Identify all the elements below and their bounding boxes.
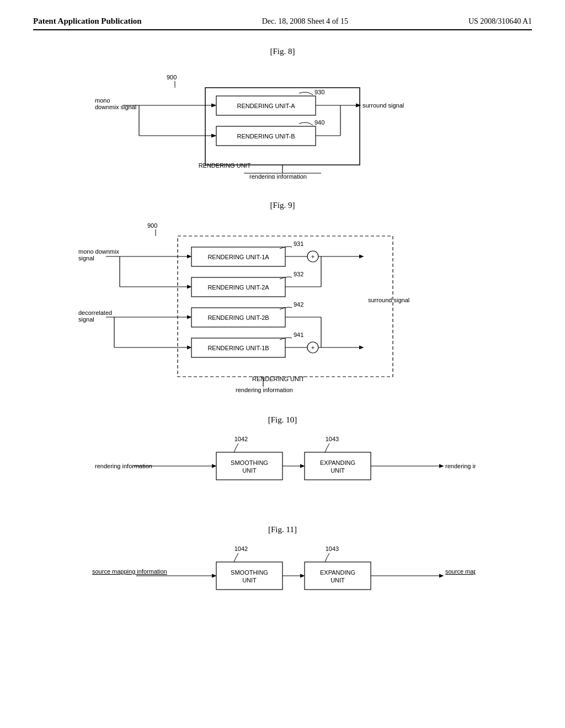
fig9-diagram: 900 RENDERING UNIT RENDERING UNIT-1A 931… — [76, 217, 489, 393]
fig11-smoothing-text2: UNIT — [242, 577, 257, 584]
fig9-941-text: RENDERING UNIT-1B — [207, 345, 269, 351]
fig10-expanding-text1: EXPANDING — [320, 459, 355, 466]
fig9-942-text: RENDERING UNIT-2B — [207, 314, 269, 321]
fig8-930-num: 930 — [315, 89, 324, 95]
fig9-941-num: 941 — [294, 331, 303, 338]
fig8-rendering-info: rendering information — [249, 173, 307, 179]
fig9-mono-label: mono downmix — [78, 248, 119, 255]
fig10-1042-num: 1042 — [234, 436, 248, 442]
fig10-smoothing-text1: SMOOTHING — [231, 459, 268, 466]
fig9-surround-label: surround signal — [368, 297, 409, 303]
fig9-decorr-label: decorrelated — [78, 309, 112, 316]
fig8-rendering-unit-label: RENDERING UNIT — [199, 162, 251, 169]
fig10-output-label: rendering information — [445, 463, 476, 469]
fig11-smoothing-text1: SMOOTHING — [231, 569, 268, 576]
fig8-940-text: RENDERING UNIT-B — [237, 133, 295, 140]
fig11-diagram: 1042 1043 SMOOTHING UNIT EXPANDING UNIT … — [89, 541, 476, 613]
fig11-expanding-text1: EXPANDING — [320, 569, 355, 576]
page: Patent Application Publication Dec. 18, … — [0, 0, 565, 728]
fig10-1043-num: 1043 — [326, 436, 339, 442]
page-header: Patent Application Publication Dec. 18, … — [33, 17, 532, 30]
fig9-rendering-unit-label: RENDERING UNIT — [252, 376, 305, 382]
fig9-931-text: RENDERING UNIT-1A — [207, 254, 269, 260]
fig10-label: [Fig. 10] — [33, 415, 532, 425]
fig8-downmix-label: downmix signal — [95, 104, 136, 110]
fig8-diagram: 900 RENDERING UNIT RENDERING UNIT-A 930 … — [89, 63, 476, 179]
fig11-input-label: source mapping information — [92, 568, 167, 575]
svg-rect-42 — [305, 562, 371, 590]
fig11-expanding-text2: UNIT — [331, 577, 345, 584]
fig8-930-text: RENDERING UNIT-A — [237, 103, 295, 109]
fig10-input-label: rendering information — [95, 463, 152, 469]
fig9-plus2: + — [311, 344, 315, 351]
figure-9: [Fig. 9] 900 RENDERING UNIT RENDERING UN… — [33, 201, 532, 393]
fig9-942-num: 942 — [294, 301, 303, 308]
fig9-932-text: RENDERING UNIT-2A — [207, 284, 269, 291]
fig8-900-label: 900 — [167, 74, 177, 81]
fig9-signal-label: signal — [78, 255, 94, 261]
fig9-plus1: + — [311, 253, 315, 260]
fig8-label: [Fig. 8] — [33, 47, 532, 56]
fig9-rendering-info: rendering information — [236, 387, 293, 393]
fig10-diagram: 1042 1043 SMOOTHING UNIT EXPANDING UNIT … — [89, 431, 476, 503]
fig8-940-num: 940 — [315, 119, 324, 126]
figure-10: [Fig. 10] 1042 1043 SMOOTHING UNIT EXPAN… — [33, 415, 532, 503]
fig9-932-num: 932 — [294, 271, 303, 277]
figure-8: [Fig. 8] 900 RENDERING UNIT RENDERING UN… — [33, 47, 532, 179]
fig11-label: [Fig. 11] — [33, 525, 532, 534]
svg-rect-41 — [216, 562, 282, 590]
fig8-surround-label: surround signal — [363, 102, 404, 109]
svg-rect-36 — [216, 452, 282, 480]
fig8-mono-label: mono — [95, 97, 110, 104]
fig9-decorr-signal: signal — [78, 316, 94, 323]
fig9-label: [Fig. 9] — [33, 201, 532, 210]
header-left: Patent Application Publication — [33, 17, 142, 26]
figure-11: [Fig. 11] 1042 1043 SMOOTHING UNIT EXPAN… — [33, 525, 532, 613]
svg-rect-37 — [305, 452, 371, 480]
fig9-900-label: 900 — [147, 222, 157, 229]
header-center: Dec. 18, 2008 Sheet 4 of 15 — [262, 17, 348, 26]
fig9-931-num: 931 — [294, 240, 303, 247]
fig11-1042-num: 1042 — [234, 545, 248, 552]
fig10-smoothing-text2: UNIT — [242, 467, 257, 474]
header-right: US 2008/310640 A1 — [468, 17, 532, 26]
fig11-output-label: source mapping information — [445, 568, 476, 575]
fig11-1043-num: 1043 — [326, 545, 339, 552]
fig10-expanding-text2: UNIT — [331, 467, 345, 474]
